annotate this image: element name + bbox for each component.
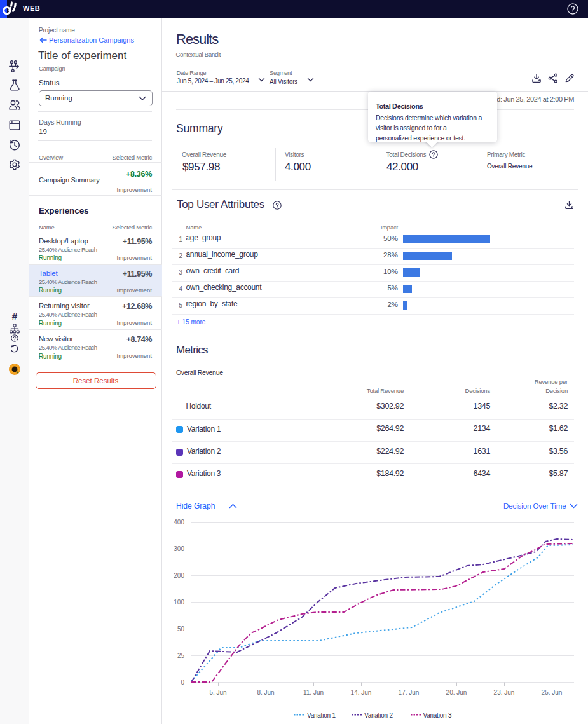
svg-text:200: 200 [174, 572, 184, 579]
svg-text:14. Jun: 14. Jun [351, 689, 372, 696]
svg-text:300: 300 [174, 545, 184, 552]
svg-text:100: 100 [174, 599, 184, 606]
svg-text:25. Jun: 25. Jun [542, 689, 563, 696]
svg-text:5. Jun: 5. Jun [209, 689, 226, 696]
svg-text:23. Jun: 23. Jun [494, 689, 515, 696]
svg-text:0: 0 [181, 679, 184, 686]
svg-text:20. Jun: 20. Jun [446, 689, 467, 696]
svg-text:11. Jun: 11. Jun [303, 689, 324, 696]
svg-text:8. Jun: 8. Jun [257, 689, 274, 696]
svg-text:25: 25 [177, 652, 185, 659]
svg-text:400: 400 [174, 519, 184, 526]
svg-text:17. Jun: 17. Jun [399, 689, 420, 696]
svg-text:50: 50 [177, 625, 185, 632]
